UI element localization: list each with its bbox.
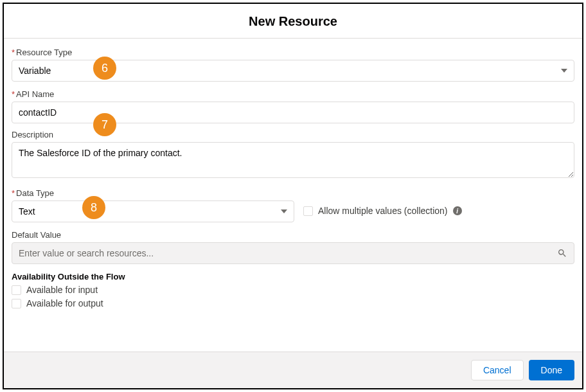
allow-multiple-group: Allow multiple values (collection) i	[303, 200, 462, 216]
api-name-label: API Name	[12, 89, 574, 99]
description-field: 7 Description The Salesforce ID of the p…	[12, 130, 574, 181]
default-value-label: Default Value	[12, 230, 574, 240]
availability-section: Availability Outside the Flow Available …	[12, 272, 574, 308]
data-type-value: Text	[19, 206, 35, 217]
description-textarea[interactable]: The Salesforce ID of the primary contact…	[12, 142, 574, 178]
info-icon[interactable]: i	[453, 206, 462, 215]
resource-type-field: Resource Type Variable 6	[12, 48, 574, 82]
data-type-column: Text	[12, 200, 294, 222]
api-name-field: API Name	[12, 89, 574, 123]
available-input-label: Available for input	[26, 285, 98, 295]
allow-multiple-checkbox[interactable]	[303, 206, 313, 216]
resource-type-label: Resource Type	[12, 48, 574, 57]
allow-multiple-label: Allow multiple values (collection)	[318, 206, 448, 216]
modal-header: New Resource	[4, 4, 582, 39]
data-type-row: Text Allow multiple values (collection) …	[12, 200, 574, 222]
modal-footer: Cancel Done	[4, 352, 582, 388]
resource-type-select[interactable]: Variable	[12, 60, 574, 82]
description-label: Description	[12, 130, 574, 139]
available-input-checkbox[interactable]	[12, 285, 21, 295]
modal-body: Resource Type Variable 6 API Name 7 Desc…	[4, 39, 582, 352]
default-value-field: Default Value	[12, 230, 574, 264]
available-output-row: Available for output	[12, 298, 574, 308]
default-value-search[interactable]	[12, 242, 574, 264]
chevron-down-icon	[561, 69, 567, 73]
new-resource-modal: New Resource Resource Type Variable 6 AP…	[3, 3, 583, 389]
cancel-button[interactable]: Cancel	[471, 360, 524, 380]
api-name-input[interactable]	[12, 102, 574, 123]
available-output-checkbox[interactable]	[12, 299, 21, 308]
default-value-input[interactable]	[19, 248, 557, 258]
modal-title: New Resource	[4, 14, 582, 29]
done-button[interactable]: Done	[529, 360, 574, 380]
search-icon	[557, 248, 567, 258]
available-input-row: Available for input	[12, 285, 574, 295]
availability-heading: Availability Outside the Flow	[12, 272, 574, 281]
data-type-label: Data Type	[12, 188, 574, 198]
resource-type-value: Variable	[19, 66, 51, 76]
data-type-select[interactable]: Text	[12, 200, 294, 222]
chevron-down-icon	[281, 209, 287, 213]
available-output-label: Available for output	[26, 298, 103, 308]
data-type-field: Data Type Text Allow multiple values (co…	[12, 188, 574, 222]
